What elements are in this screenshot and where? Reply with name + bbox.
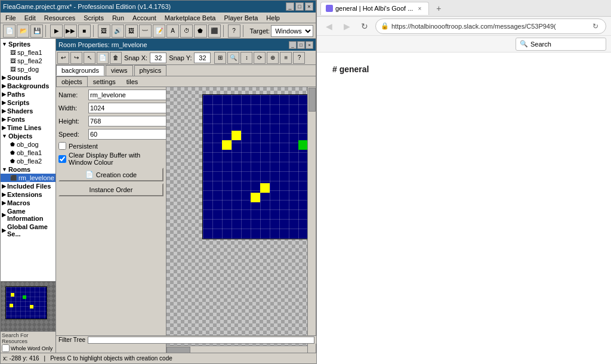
menu-resources[interactable]: Resources [41,14,79,22]
browser-new-tab-button[interactable]: + [431,2,446,15]
toolbar-open-button[interactable]: 📂 [17,24,29,38]
prop-height-input[interactable] [88,116,166,127]
menu-player-beta[interactable]: Player Beta [220,14,261,22]
creation-code-button[interactable]: 📄 Creation code [58,168,163,181]
prop-persistent-checkbox[interactable] [58,142,66,150]
sidebar-item-rm-levelone[interactable]: ⬛ rm_levelone [1,174,55,182]
toolbar-room-button[interactable]: ⬛ [208,24,221,38]
tree-scripts-header[interactable]: ▶ Scripts [1,98,55,107]
toolbar-debug-button[interactable]: ▶▶ [64,24,76,38]
browser-back-button[interactable]: ◀ [322,19,336,33]
tree-gameinfo-header[interactable]: ▶ Game Information [1,207,55,223]
toolbar-sprite-button[interactable]: 🖼 [98,24,110,38]
toolbar-new-button[interactable]: 📄 [3,24,16,38]
subtab-settings[interactable]: settings [88,76,121,87]
prop-width-input[interactable] [88,103,166,113]
room-snap-y-input[interactable] [194,53,211,63]
menu-scripts[interactable]: Scripts [80,14,107,22]
tab-backgrounds[interactable]: backgrounds [56,65,104,76]
browser-tab-close-button[interactable]: × [415,4,424,13]
menu-run[interactable]: Run [109,14,128,22]
tree-rooms-header[interactable]: ▼ Rooms [1,165,55,174]
browser-reload-button[interactable]: ↻ [357,19,372,33]
menu-edit[interactable]: Edit [21,14,39,22]
room-tb-help-button[interactable]: ? [293,52,305,64]
room-tb-zoom-in-button[interactable]: ↕ [240,52,252,64]
room-viewport[interactable] [202,94,316,239]
tree-included-header[interactable]: ▶ Included Files [1,182,55,190]
room-object-3[interactable] [298,140,308,150]
browser-forward-button[interactable]: ▶ [340,19,354,33]
toolbar-target-select[interactable]: Windows [271,25,313,37]
sidebar-item-sp-dog[interactable]: 🖼 sp_dog [1,65,55,73]
room-panel-close-button[interactable]: × [306,41,313,49]
toolbar-save-button[interactable]: 💾 [30,24,43,38]
room-object-6[interactable] [251,193,260,202]
room-object-5[interactable] [260,183,270,193]
tree-globalsettings-header[interactable]: ▶ Global Game Se... [1,223,55,238]
room-tb-redo-button[interactable]: ↪ [70,52,82,64]
tree-backgrounds-header[interactable]: ▶ Backgrounds [1,82,55,90]
browser-url-reload-button[interactable]: ↻ [590,21,601,32]
tree-macros-header[interactable]: ▶ Macros [1,199,55,207]
room-panel-minimize-button[interactable]: _ [289,41,297,49]
sidebar-item-ob-dog[interactable]: ⬟ ob_dog [1,140,55,149]
sidebar-item-sp-flea2[interactable]: 🖼 sp_flea2 [1,57,55,65]
browser-active-tab[interactable]: general | Hot Albi's Goof ... × [320,2,429,15]
sidebar-item-ob-flea2[interactable]: ⬟ ob_flea2 [1,157,55,165]
slack-messages-area[interactable] [332,79,595,258]
sidebar-item-ob-flea1[interactable]: ⬟ ob_flea1 [1,149,55,157]
room-tb-magnify-button[interactable]: ⊕ [267,52,279,64]
toolbar-bg-button[interactable]: 🖼 [125,24,138,38]
menu-file[interactable]: File [2,14,20,22]
toolbar-timeline-button[interactable]: ⏱ [180,24,193,38]
tree-shaders-header[interactable]: ▶ Shaders [1,107,55,115]
room-panel-maximize-button[interactable]: □ [297,41,305,49]
toolbar-run-button[interactable]: ▶ [50,24,63,38]
browser-search-input[interactable] [530,41,602,48]
tree-paths-header[interactable]: ▶ Paths [1,90,55,98]
room-tb-cursor-button[interactable]: ↖ [84,52,95,64]
gm-maximize-button[interactable]: □ [295,2,304,11]
room-canvas-area[interactable] [166,87,316,354]
tree-timelines-header[interactable]: ▶ Time Lines [1,124,55,132]
room-tb-undo-button[interactable]: ↩ [57,52,69,64]
room-tb-list-button[interactable]: ≡ [280,52,292,64]
tree-sprites-header[interactable]: ▼ Sprites [1,40,55,48]
toolbar-object-button[interactable]: ⬟ [194,24,206,38]
room-tb-zoom-out-button[interactable]: ⟳ [254,52,266,64]
room-object-2[interactable] [222,140,232,150]
tree-fonts-header[interactable]: ▶ Fonts [1,115,55,124]
toolbar-help-button[interactable]: ? [228,24,240,38]
toolbar-sound-button[interactable]: 🔊 [112,24,124,38]
gm-close-button[interactable]: × [305,2,313,11]
room-tb-add-button[interactable]: 📄 [97,52,109,64]
room-scrollbar-v-thumb[interactable] [308,88,316,112]
whole-word-checkbox[interactable] [2,344,10,352]
sidebar-item-sp-flea1[interactable]: 🖼 sp_flea1 [1,48,55,57]
menu-account[interactable]: Account [129,14,160,22]
menu-marketplace[interactable]: Marketplace Beta [161,14,220,22]
room-snap-x-input[interactable] [150,53,166,63]
room-object-1[interactable] [232,131,241,140]
browser-search-wrap[interactable]: 🔍 [516,38,606,51]
subtab-objects[interactable]: objects [56,76,88,87]
prop-name-input[interactable] [88,90,166,100]
slack-main-content[interactable]: # general [317,53,611,364]
room-scrollbar-vertical[interactable] [307,87,316,354]
tab-physics[interactable]: physics [134,65,167,76]
tree-extensions-header[interactable]: ▶ Extensions [1,190,55,199]
tree-objects-header[interactable]: ▼ Objects [1,132,55,140]
toolbar-script-button[interactable]: 📝 [153,24,165,38]
browser-url-bar[interactable]: 🔒 https://hotalbinoooftroop.slack.com/me… [375,18,606,34]
menu-help[interactable]: Help [263,14,283,22]
tree-sounds-header[interactable]: ▶ Sounds [1,73,55,82]
toolbar-stop-button[interactable]: ■ [78,24,91,38]
filter-tree-input[interactable] [88,337,314,344]
toolbar-font-button[interactable]: A [166,24,179,38]
gm-minimize-button[interactable]: _ [286,2,294,11]
room-tb-grid-button[interactable]: ⊞ [214,52,226,64]
toolbar-path-button[interactable]: 〰 [139,24,152,38]
instance-order-button[interactable]: Instance Order [58,183,163,196]
room-tb-zoom-button[interactable]: 🔍 [227,52,239,64]
